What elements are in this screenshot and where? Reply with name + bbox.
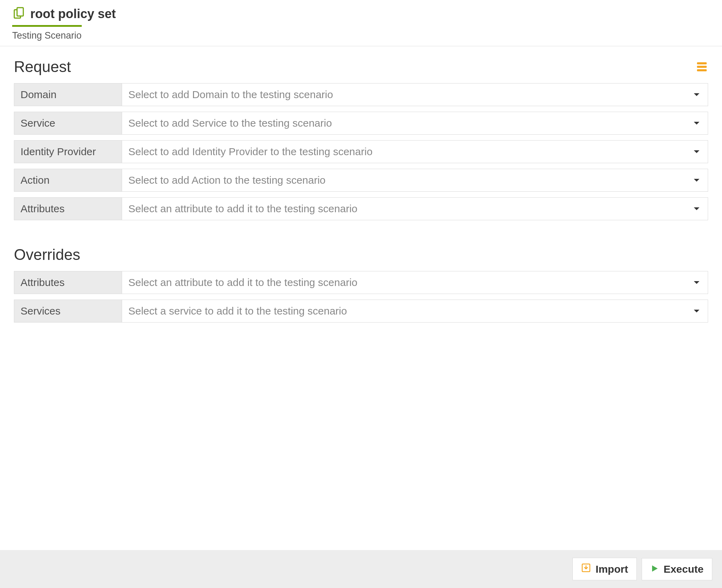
row-domain: Domain Select to add Domain to the testi…	[14, 83, 708, 106]
caret-down-icon	[694, 122, 699, 125]
play-icon	[650, 563, 659, 575]
svg-rect-1	[17, 8, 23, 16]
request-section-header: Request	[14, 58, 708, 76]
content-area: Request Domain Select to add Domain to t…	[0, 46, 722, 335]
label-action: Action	[14, 169, 122, 192]
footer-bar: Import Execute	[0, 550, 722, 588]
row-override-services: Services Select a service to add it to t…	[14, 300, 708, 323]
policy-set-icon	[12, 6, 26, 22]
select-override-services[interactable]: Select a service to add it to the testin…	[122, 300, 708, 323]
caret-down-icon	[694, 310, 699, 312]
label-override-services: Services	[14, 300, 122, 323]
execute-button-label: Execute	[664, 563, 704, 575]
select-action[interactable]: Select to add Action to the testing scen…	[122, 169, 708, 192]
select-domain-placeholder: Select to add Domain to the testing scen…	[128, 89, 333, 101]
select-override-attributes[interactable]: Select an attribute to add it to the tes…	[122, 271, 708, 294]
caret-down-icon	[694, 281, 699, 284]
label-domain: Domain	[14, 83, 122, 106]
overrides-section-header: Overrides	[14, 246, 708, 263]
request-section-title: Request	[14, 58, 71, 76]
select-domain[interactable]: Select to add Domain to the testing scen…	[122, 83, 708, 106]
page-title: root policy set	[30, 7, 116, 21]
title-row: root policy set	[12, 6, 710, 25]
import-icon	[581, 563, 591, 575]
select-action-placeholder: Select to add Action to the testing scen…	[128, 174, 326, 186]
label-override-attributes: Attributes	[14, 271, 122, 294]
row-service: Service Select to add Service to the tes…	[14, 112, 708, 135]
execute-button[interactable]: Execute	[642, 558, 712, 580]
row-identity-provider: Identity Provider Select to add Identity…	[14, 140, 708, 163]
select-attributes-placeholder: Select an attribute to add it to the tes…	[128, 203, 358, 215]
page-header: root policy set Testing Scenario	[0, 0, 722, 46]
label-service: Service	[14, 112, 122, 135]
select-attributes[interactable]: Select an attribute to add it to the tes…	[122, 197, 708, 220]
select-service[interactable]: Select to add Service to the testing sce…	[122, 112, 708, 135]
select-override-attributes-placeholder: Select an attribute to add it to the tes…	[128, 277, 358, 288]
row-override-attributes: Attributes Select an attribute to add it…	[14, 271, 708, 294]
tab-testing-scenario[interactable]: Testing Scenario	[12, 25, 82, 46]
row-attributes: Attributes Select an attribute to add it…	[14, 197, 708, 220]
label-identity-provider: Identity Provider	[14, 140, 122, 163]
import-button[interactable]: Import	[572, 558, 637, 580]
menu-icon[interactable]	[696, 61, 708, 73]
select-override-services-placeholder: Select a service to add it to the testin…	[128, 305, 347, 317]
import-button-label: Import	[596, 563, 628, 575]
caret-down-icon	[694, 207, 699, 210]
label-attributes: Attributes	[14, 197, 122, 220]
row-action: Action Select to add Action to the testi…	[14, 169, 708, 192]
select-service-placeholder: Select to add Service to the testing sce…	[128, 117, 332, 129]
overrides-section-title: Overrides	[14, 246, 80, 263]
caret-down-icon	[694, 93, 699, 96]
caret-down-icon	[694, 150, 699, 153]
select-identity-provider[interactable]: Select to add Identity Provider to the t…	[122, 140, 708, 163]
caret-down-icon	[694, 179, 699, 182]
tabs: Testing Scenario	[12, 25, 710, 46]
select-identity-provider-placeholder: Select to add Identity Provider to the t…	[128, 146, 372, 158]
